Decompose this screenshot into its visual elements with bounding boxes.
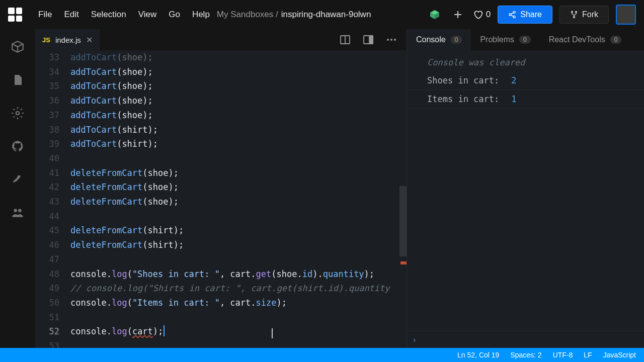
breadcrumb-name: inspiring-dhawan-9olwn [281,10,371,20]
menu-view[interactable]: View [138,10,157,20]
tab-react-devtools[interactable]: React DevTools 0 [540,29,631,50]
secondary-cursor [272,328,273,338]
avatar[interactable] [616,5,636,25]
chevron-right-icon: › [413,335,416,344]
status-encoding[interactable]: UTF-8 [553,351,573,359]
file-icon[interactable] [10,72,25,87]
app-logo[interactable] [8,8,22,22]
like-counter[interactable]: 0 [473,10,491,20]
svg-point-12 [574,17,575,18]
like-count: 0 [486,10,491,20]
preview-icon[interactable] [360,32,376,48]
menu-file[interactable]: File [38,10,52,20]
github-icon[interactable] [10,139,25,154]
svg-point-13 [16,112,20,115]
menu-bar: File Edit Selection View Go Help [38,10,210,20]
console-tabs: Console 0 Problems 0 React DevTools 0 [407,29,644,50]
svg-point-7 [513,16,515,18]
svg-point-6 [509,14,511,16]
svg-point-5 [513,11,515,13]
status-cursor-pos[interactable]: Ln 52, Col 19 [457,351,499,359]
console-badge: 0 [451,36,462,44]
svg-point-15 [18,209,22,212]
console-input[interactable]: › [407,331,644,348]
menu-help[interactable]: Help [192,10,210,20]
code-content[interactable]: addToCart(shoe); addToCart(shoe); addToC… [70,50,407,348]
line-gutter: 333435 363738 394041 424344 454647 48495… [35,50,70,348]
more-icon[interactable] [383,32,399,48]
js-file-icon: JS [42,36,50,44]
svg-line-9 [511,15,514,17]
titlebar: File Edit Selection View Go Help My Sand… [0,0,644,29]
tab-react-label: React DevTools [549,35,605,44]
cube-icon[interactable] [427,7,443,23]
breadcrumb-prefix: My Sandboxes / [217,10,278,20]
tab-console[interactable]: Console 0 [407,29,471,50]
status-spaces[interactable]: Spaces: 2 [510,351,541,359]
scrollbar-thumb[interactable] [399,186,407,256]
activity-bar [0,29,35,348]
console-line: Shoes in cart: 2 [407,71,644,90]
menu-selection[interactable]: Selection [91,10,126,20]
svg-point-20 [387,39,389,41]
svg-point-21 [390,39,392,41]
svg-point-10 [572,11,573,13]
svg-line-8 [511,13,514,14]
split-horizontal-icon[interactable] [337,32,353,48]
editor-panel: JS index.js ✕ 333435 363738 394041 [35,29,407,348]
tab-problems-label: Problems [480,35,514,44]
console-line: Items in cart: 1 [407,90,644,109]
svg-point-14 [14,209,17,212]
gear-icon[interactable] [10,106,25,121]
fork-button[interactable]: Fork [559,6,609,24]
people-icon[interactable] [10,205,25,220]
tab-bar: JS index.js ✕ [35,29,407,50]
minimap-error-marker [400,261,407,264]
box-icon[interactable] [10,39,25,54]
plus-icon[interactable] [450,7,466,23]
problems-badge: 0 [519,36,531,44]
breadcrumb[interactable]: My Sandboxes / inspiring-dhawan-9olwn [217,10,371,20]
fork-label: Fork [582,10,598,19]
status-eol[interactable]: LF [584,351,592,359]
svg-point-22 [394,39,396,41]
console-cleared-msg: Console was cleared [407,53,644,71]
close-icon[interactable]: ✕ [86,35,93,45]
menu-go[interactable]: Go [169,10,180,20]
console-output[interactable]: Console was cleared Shoes in cart: 2 Ite… [407,50,644,331]
rocket-icon[interactable] [10,172,25,187]
react-badge: 0 [610,36,622,44]
code-editor[interactable]: 333435 363738 394041 424344 454647 48495… [35,50,407,348]
text-cursor [164,325,165,336]
menu-edit[interactable]: Edit [64,10,78,20]
tab-problems[interactable]: Problems 0 [471,29,539,50]
tab-console-label: Console [416,35,446,44]
status-language[interactable]: JavaScript [603,351,636,359]
share-label: Share [520,10,542,19]
svg-point-11 [576,11,577,13]
tab-index-js[interactable]: JS index.js ✕ [35,29,100,50]
status-bar: Ln 52, Col 19 Spaces: 2 UTF-8 LF JavaScr… [0,348,644,362]
svg-rect-19 [369,36,373,44]
share-button[interactable]: Share [498,6,552,24]
tab-filename: index.js [55,36,81,44]
console-panel: Console 0 Problems 0 React DevTools 0 Co… [407,29,644,348]
